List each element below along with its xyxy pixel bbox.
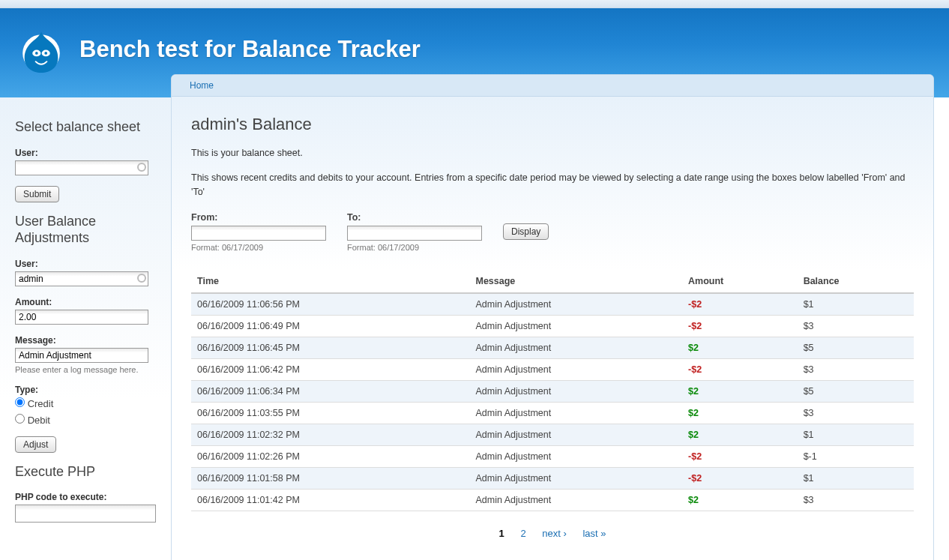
adjustments-heading: User Balance Adjustments <box>15 213 160 247</box>
user-input[interactable] <box>15 160 148 175</box>
pager-current: 1 <box>499 528 504 539</box>
message-hint: Please enter a log message here. <box>15 365 160 374</box>
select-sheet-heading: Select balance sheet <box>15 118 160 136</box>
cell-message: Admin Adjustment <box>469 316 682 337</box>
cell-amount: $2 <box>682 403 798 424</box>
cell-time: 06/16/2009 11:06:45 PM <box>191 337 469 359</box>
cell-message: Admin Adjustment <box>469 381 682 403</box>
cell-balance: $3 <box>798 490 914 511</box>
php-textarea[interactable] <box>15 505 156 523</box>
cell-time: 06/16/2009 11:02:26 PM <box>191 446 469 468</box>
cell-time: 06/16/2009 11:06:49 PM <box>191 316 469 337</box>
cell-message: Admin Adjustment <box>469 468 682 490</box>
cell-balance: $3 <box>798 359 914 381</box>
cell-message: Admin Adjustment <box>469 446 682 468</box>
intro-1: This is your balance sheet. <box>191 146 914 160</box>
from-input[interactable] <box>191 226 326 241</box>
breadcrumb-home[interactable]: Home <box>190 80 214 91</box>
from-label: From: <box>191 212 326 223</box>
cell-message: Admin Adjustment <box>469 293 682 316</box>
cell-message: Admin Adjustment <box>469 490 682 511</box>
cell-balance: $5 <box>798 337 914 359</box>
cell-balance: $3 <box>798 403 914 424</box>
adjust-user-input[interactable] <box>15 271 148 286</box>
site-title: Bench test for Balance Tracker <box>79 36 421 63</box>
table-row: 06/16/2009 11:02:32 PMAdmin Adjustment$2… <box>191 424 914 446</box>
cell-balance: $-1 <box>798 446 914 468</box>
credit-label: Credit <box>28 398 54 409</box>
cell-amount: -$2 <box>682 468 798 490</box>
adjust-button[interactable]: Adjust <box>15 436 56 453</box>
cell-amount: -$2 <box>682 446 798 468</box>
cell-time: 06/16/2009 11:06:56 PM <box>191 293 469 316</box>
debit-radio[interactable] <box>15 414 25 424</box>
intro-2: This shows recent credits and debits to … <box>191 171 914 199</box>
to-input[interactable] <box>347 226 482 241</box>
amount-label: Amount: <box>15 297 160 307</box>
message-label: Message: <box>15 335 160 346</box>
cell-time: 06/16/2009 11:06:42 PM <box>191 359 469 381</box>
table-row: 06/16/2009 11:01:58 PMAdmin Adjustment-$… <box>191 468 914 490</box>
cell-time: 06/16/2009 11:03:55 PM <box>191 403 469 424</box>
drupal-logo-icon <box>18 26 64 73</box>
col-amount[interactable]: Amount <box>682 270 798 293</box>
cell-amount: -$2 <box>682 316 798 337</box>
message-input[interactable] <box>15 348 148 363</box>
pager-next[interactable]: next › <box>542 528 567 539</box>
to-label: To: <box>347 212 482 223</box>
table-row: 06/16/2009 11:06:56 PMAdmin Adjustment-$… <box>191 293 914 316</box>
autocomplete-icon <box>137 163 146 172</box>
cell-balance: $1 <box>798 293 914 316</box>
cell-message: Admin Adjustment <box>469 403 682 424</box>
cell-amount: -$2 <box>682 359 798 381</box>
breadcrumb: Home <box>172 75 933 97</box>
cell-time: 06/16/2009 11:01:42 PM <box>191 490 469 511</box>
cell-amount: $2 <box>682 424 798 446</box>
cell-message: Admin Adjustment <box>469 359 682 381</box>
php-label: PHP code to execute: <box>15 492 160 502</box>
debit-label: Debit <box>28 415 50 426</box>
cell-time: 06/16/2009 11:01:58 PM <box>191 468 469 490</box>
table-row: 06/16/2009 11:02:26 PMAdmin Adjustment-$… <box>191 446 914 468</box>
display-button[interactable]: Display <box>503 223 549 240</box>
table-row: 06/16/2009 11:06:49 PMAdmin Adjustment-$… <box>191 316 914 337</box>
cell-message: Admin Adjustment <box>469 424 682 446</box>
cell-time: 06/16/2009 11:06:34 PM <box>191 381 469 403</box>
col-message[interactable]: Message <box>469 270 682 293</box>
user-label: User: <box>15 148 160 158</box>
top-strip <box>0 0 949 8</box>
autocomplete-icon <box>137 274 146 283</box>
cell-balance: $1 <box>798 468 914 490</box>
adjust-user-label: User: <box>15 259 160 269</box>
svg-point-3 <box>35 52 38 55</box>
col-time[interactable]: Time <box>191 270 469 293</box>
cell-balance: $3 <box>798 316 914 337</box>
pager-last[interactable]: last » <box>582 528 606 539</box>
cell-message: Admin Adjustment <box>469 337 682 359</box>
svg-point-4 <box>44 52 47 55</box>
cell-amount: $2 <box>682 490 798 511</box>
submit-button[interactable]: Submit <box>15 186 59 202</box>
pager: 1 2 next › last » <box>191 528 914 539</box>
cell-amount: -$2 <box>682 293 798 316</box>
table-row: 06/16/2009 11:06:42 PMAdmin Adjustment-$… <box>191 359 914 381</box>
cell-amount: $2 <box>682 337 798 359</box>
to-hint: Format: 06/17/2009 <box>347 243 482 252</box>
col-balance[interactable]: Balance <box>798 270 914 293</box>
balance-table: Time Message Amount Balance 06/16/2009 1… <box>191 270 914 511</box>
pager-page-2[interactable]: 2 <box>520 528 525 539</box>
sidebar: Select balance sheet User: Submit User B… <box>0 97 171 550</box>
table-row: 06/16/2009 11:06:34 PMAdmin Adjustment$2… <box>191 381 914 403</box>
cell-balance: $1 <box>798 424 914 446</box>
main-panel: Home admin's Balance This is your balanc… <box>171 74 934 560</box>
table-row: 06/16/2009 11:03:55 PMAdmin Adjustment$2… <box>191 403 914 424</box>
amount-input[interactable] <box>15 310 148 325</box>
cell-time: 06/16/2009 11:02:32 PM <box>191 424 469 446</box>
table-row: 06/16/2009 11:01:42 PMAdmin Adjustment$2… <box>191 490 914 511</box>
php-heading: Execute PHP <box>15 463 160 481</box>
cell-amount: $2 <box>682 381 798 403</box>
page-title: admin's Balance <box>191 115 914 134</box>
credit-radio[interactable] <box>15 397 25 407</box>
type-label: Type: <box>15 385 160 395</box>
cell-balance: $5 <box>798 381 914 403</box>
